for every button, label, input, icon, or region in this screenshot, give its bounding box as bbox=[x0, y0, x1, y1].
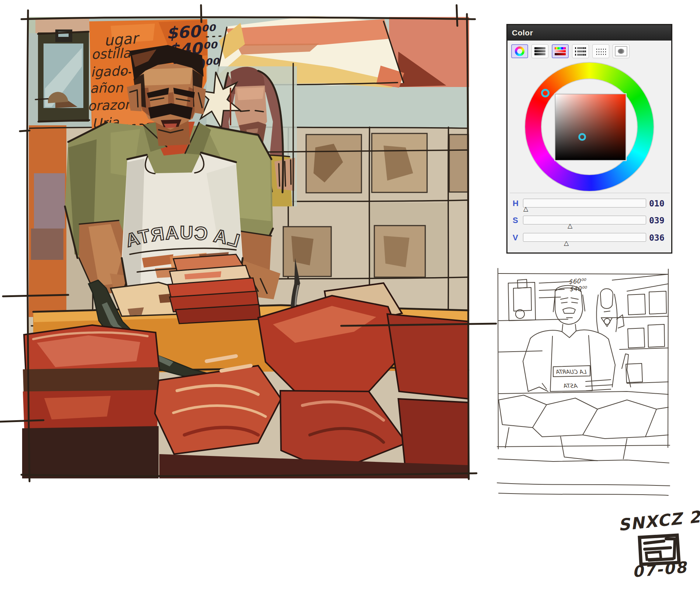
hue-slider[interactable] bbox=[523, 199, 646, 208]
hue-slider-handle[interactable]: △ bbox=[523, 206, 528, 212]
workspace: ugar ostilla igado añon orazon Uria Bong… bbox=[0, 0, 700, 589]
sv-marker[interactable] bbox=[578, 133, 586, 141]
sketch-apron-text: LA CUARTA bbox=[556, 369, 587, 375]
hsv-bars-icon bbox=[555, 47, 566, 55]
hue-marker[interactable] bbox=[541, 89, 550, 97]
framed-picture bbox=[35, 29, 89, 122]
swatch-grid-icon bbox=[595, 48, 606, 55]
color-panel-title: Color bbox=[507, 25, 671, 41]
scratchpad-icon bbox=[615, 46, 627, 56]
mixer-sliders-button[interactable] bbox=[572, 44, 589, 58]
saturation-value-square[interactable] bbox=[555, 94, 626, 160]
value-slider-label: V bbox=[513, 233, 518, 243]
hue-value: 010 bbox=[649, 199, 670, 208]
painting: ugar ostilla igado añon orazon Uria Bong… bbox=[0, 5, 496, 481]
color-panel-toolbar bbox=[511, 44, 630, 58]
signature-block: SNXCZ 25 07-08 bbox=[617, 506, 700, 581]
menu-item: ostilla bbox=[91, 45, 131, 62]
saturation-slider-row: S △ 039 bbox=[507, 216, 673, 225]
saturation-value: 039 bbox=[649, 216, 670, 225]
artist-signature: SNXCZ 25 bbox=[617, 506, 700, 534]
panel-divider bbox=[510, 193, 670, 193]
scratchpad-button[interactable] bbox=[613, 44, 630, 58]
value-value: 036 bbox=[649, 233, 670, 243]
sketch-thumbnail: $60⁰⁰ $40⁰⁰ LA CUARTA ASTA bbox=[497, 268, 670, 495]
menu-item: igado bbox=[90, 63, 128, 80]
color-wheel-icon bbox=[515, 46, 524, 56]
saturation-slider-label: S bbox=[513, 216, 518, 225]
sketch-price: $60⁰⁰ bbox=[568, 277, 586, 285]
value-slider-row: V △ 036 bbox=[507, 233, 673, 243]
sketch-apron-text2: ASTA bbox=[564, 383, 578, 389]
menu-item: añon bbox=[90, 80, 124, 96]
color-wheel-button[interactable] bbox=[511, 44, 528, 58]
rgb-sliders-icon bbox=[534, 47, 545, 55]
value-slider[interactable] bbox=[523, 233, 646, 242]
menu-item: orazon bbox=[87, 97, 134, 114]
hue-slider-label: H bbox=[513, 199, 519, 208]
saturation-slider-handle[interactable]: △ bbox=[568, 223, 572, 229]
hue-slider-row: H △ 010 bbox=[507, 199, 673, 208]
value-slider-handle[interactable]: △ bbox=[564, 240, 569, 246]
color-panel: Color H △ 010 S △ 039 V △ 036 bbox=[506, 24, 672, 254]
swatch-grid-button[interactable] bbox=[592, 44, 609, 58]
saturation-slider[interactable] bbox=[523, 216, 646, 224]
hsv-bars-button[interactable] bbox=[552, 44, 569, 58]
rgb-sliders-button[interactable] bbox=[531, 44, 548, 58]
mixer-sliders-icon bbox=[575, 47, 586, 56]
